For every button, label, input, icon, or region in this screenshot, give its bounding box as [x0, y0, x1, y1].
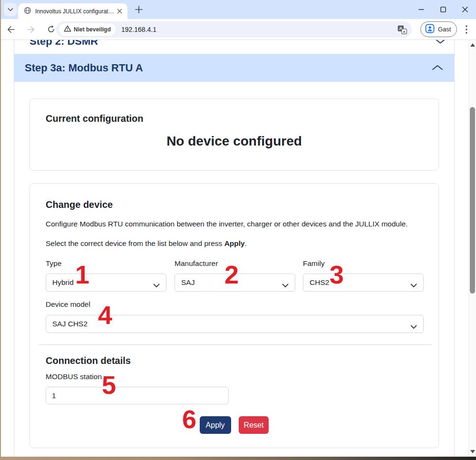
tab-strip: Innovoltus JULLIX configuration — [1, 0, 476, 19]
page-content: Step 2: DSMR Step 3a: Modbus RTU A Curre… — [1, 40, 476, 457]
scroll-up-arrow-icon[interactable] — [470, 43, 475, 47]
type-select[interactable]: Hybrid — [46, 274, 166, 292]
tab-close-icon[interactable] — [115, 7, 124, 16]
current-configuration-card: Current configuration No device configur… — [29, 98, 439, 171]
url-text: 192.168.4.1 — [121, 26, 398, 33]
type-label: Type — [46, 259, 62, 268]
chevron-down-icon — [8, 5, 13, 14]
reset-button[interactable]: Reset — [239, 416, 269, 434]
security-chip[interactable]: Niet beveiligd — [59, 23, 116, 36]
chevron-down-icon — [153, 281, 160, 290]
person-icon — [425, 24, 435, 35]
close-button[interactable] — [454, 0, 476, 19]
chevron-down-icon — [435, 40, 446, 46]
accordion-step2-header[interactable]: Step 2: DSMR — [29, 40, 98, 48]
security-chip-label: Niet beveiligd — [74, 26, 111, 33]
forward-button[interactable] — [23, 21, 39, 38]
maximize-button[interactable] — [432, 0, 454, 19]
profile-button[interactable]: Gast — [420, 21, 457, 37]
menu-kebab-icon[interactable] — [461, 24, 472, 35]
modbus-station-label: MODBUS station — [46, 372, 102, 381]
connection-details-title: Connection details — [46, 355, 131, 366]
family-label: Family — [303, 259, 325, 268]
device-model-select[interactable]: SAJ CHS2 — [46, 315, 424, 333]
tab-title: Innovoltus JULLIX configuration — [35, 8, 115, 15]
chevron-up-icon — [432, 64, 443, 72]
form-actions: Apply Reset — [30, 416, 438, 434]
scrollbar-thumb[interactable] — [470, 107, 475, 294]
svg-text:a: a — [403, 29, 406, 34]
device-status-text: No device configured — [30, 134, 438, 149]
divider — [39, 344, 432, 345]
current-configuration-title: Current configuration — [46, 113, 144, 124]
change-device-card: Change device Configure Modbus RTU commu… — [29, 183, 439, 448]
tab-search-button[interactable] — [4, 3, 17, 16]
manufacturer-select[interactable]: SAJ — [175, 274, 295, 292]
chevron-down-icon — [410, 281, 417, 290]
back-button[interactable] — [3, 21, 19, 38]
translate-icon[interactable]: A a — [398, 25, 407, 34]
change-device-instruction: Select the correct device from the list … — [46, 239, 247, 248]
browser-window: Innovoltus JULLIX configuration — [1, 0, 476, 457]
step3-title: Step 3a: Modbus RTU A — [25, 62, 432, 74]
family-select[interactable]: CHS2 — [303, 274, 424, 292]
globe-icon — [24, 7, 31, 16]
step2-title: Step 2: DSMR — [29, 40, 98, 47]
accordion-step3-header[interactable]: Step 3a: Modbus RTU A — [14, 54, 455, 82]
desktop-background: Innovoltus JULLIX configuration — [0, 0, 476, 460]
minimize-button[interactable] — [410, 0, 432, 19]
profile-label: Gast — [438, 26, 451, 33]
manufacturer-label: Manufacturer — [175, 259, 218, 268]
browser-tab[interactable]: Innovoltus JULLIX configuration — [18, 3, 127, 19]
address-bar[interactable]: Niet beveiligd 192.168.4.1 A a — [56, 21, 412, 38]
change-device-title: Change device — [46, 199, 113, 210]
scroll-down-arrow-icon[interactable] — [470, 450, 475, 453]
window-controls — [410, 0, 476, 19]
apply-button[interactable]: Apply — [200, 416, 231, 434]
browser-toolbar: Niet beveiligd 192.168.4.1 A a — [1, 19, 476, 40]
device-model-label: Device model — [46, 300, 90, 309]
chevron-down-icon — [410, 323, 417, 331]
page-scrollbar[interactable] — [468, 40, 476, 457]
new-tab-button[interactable] — [135, 5, 143, 14]
chevron-down-icon — [282, 281, 289, 290]
change-device-description: Configure Modbus RTU communication betwe… — [46, 220, 408, 228]
warning-icon — [64, 25, 71, 34]
modbus-station-input[interactable] — [46, 387, 229, 404]
